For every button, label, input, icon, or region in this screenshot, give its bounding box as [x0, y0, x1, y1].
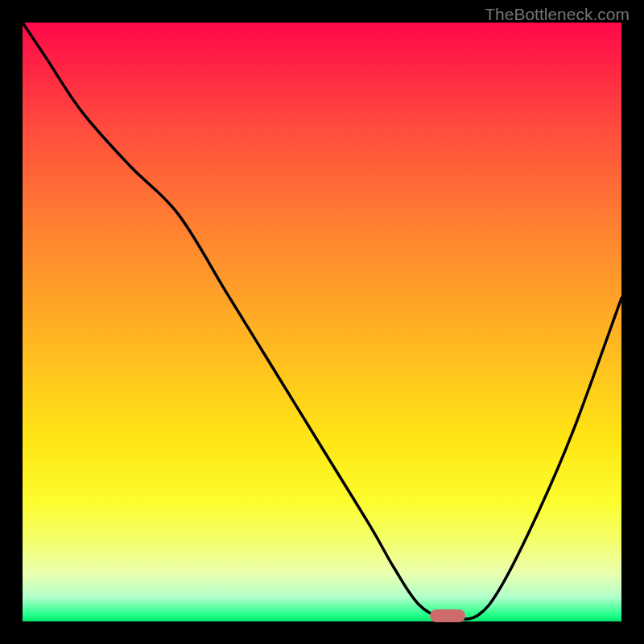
bottleneck-curve — [23, 23, 621, 621]
watermark-text: TheBottleneck.com — [485, 5, 630, 24]
chart-plot-area — [23, 23, 621, 621]
optimal-point-marker — [430, 609, 465, 622]
